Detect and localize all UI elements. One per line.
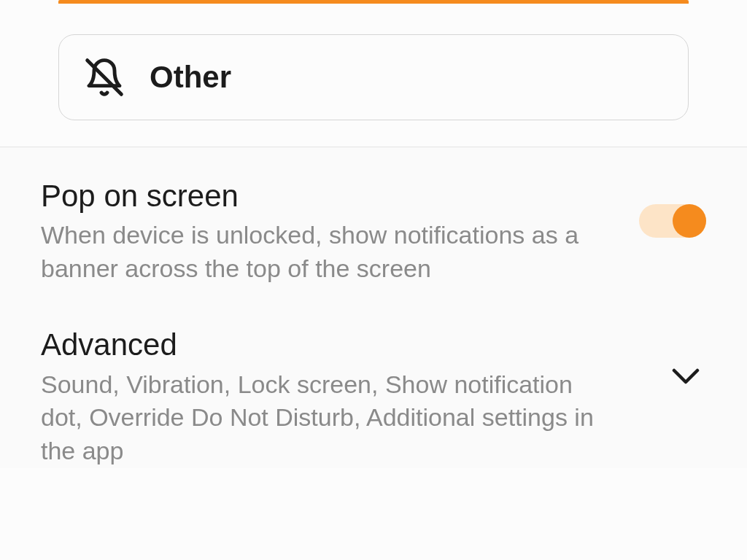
pop-on-screen-title: Pop on screen [41,178,617,214]
chevron-down-icon [670,365,702,386]
pop-on-screen-row[interactable]: Pop on screen When device is unlocked, s… [41,178,706,286]
advanced-title: Advanced [41,327,648,363]
pop-on-screen-description: When device is unlocked, show notificati… [41,219,595,286]
cards-section: Other [0,0,747,147]
advanced-row[interactable]: Advanced Sound, Vibration, Lock screen, … [41,327,706,468]
pop-on-screen-toggle[interactable] [639,204,706,238]
settings-list: Pop on screen When device is unlocked, s… [0,147,747,468]
other-card-label: Other [150,60,231,95]
toggle-knob [673,204,706,238]
selected-card-accent [58,0,689,4]
bell-off-icon [84,57,125,98]
pop-on-screen-text: Pop on screen When device is unlocked, s… [41,178,639,286]
advanced-text: Advanced Sound, Vibration, Lock screen, … [41,327,670,468]
other-card[interactable]: Other [58,34,689,120]
advanced-description: Sound, Vibration, Lock screen, Show noti… [41,368,595,469]
